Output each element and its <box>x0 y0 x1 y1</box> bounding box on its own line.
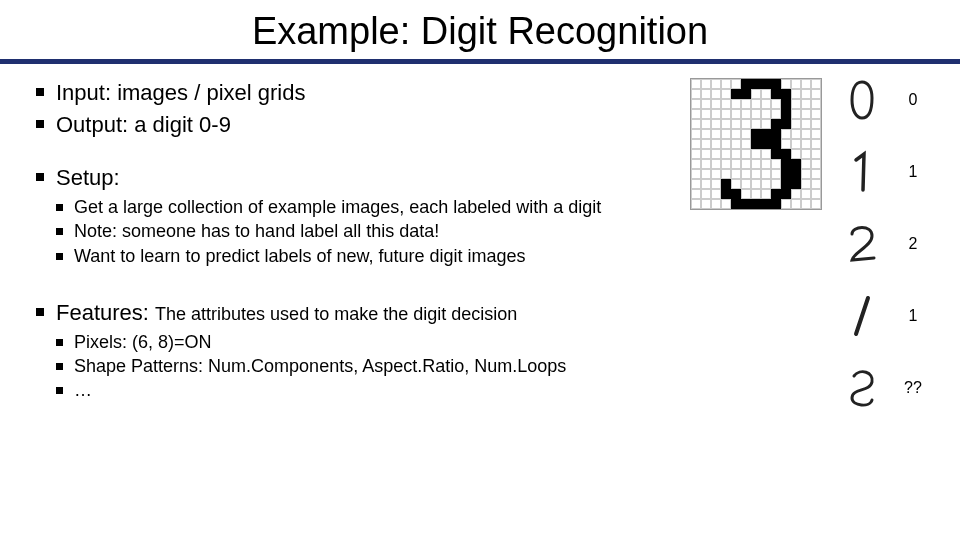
slide-title: Example: Digit Recognition <box>0 0 960 59</box>
handwritten-digits-column: 0 1 2 1 <box>844 78 930 410</box>
bullet-output: Output: a digit 0-9 <box>30 110 680 140</box>
digit-row-3: 1 <box>844 294 924 338</box>
handwritten-one-icon <box>844 150 880 194</box>
illustration-column: 0 1 2 1 <box>690 78 930 411</box>
bullet-input: Input: images / pixel grids <box>30 78 680 108</box>
digit-row-4: ?? <box>844 366 924 410</box>
bullet-setup-handlabel: Note: someone has to hand label all this… <box>30 219 680 243</box>
bullet-features: Features: The attributes used to make th… <box>30 298 680 328</box>
bullet-features-shape: Shape Patterns: Num.Components, Aspect.R… <box>30 354 680 378</box>
handwritten-one-slash-icon <box>844 294 880 338</box>
digit-label: 0 <box>902 91 924 109</box>
bullet-setup-learn: Want to learn to predict labels of new, … <box>30 244 680 268</box>
pixel-grid-icon <box>690 78 822 210</box>
bullet-features-ellipsis: … <box>30 378 680 402</box>
digit-row-0: 0 <box>844 78 924 122</box>
handwritten-two-icon <box>844 222 880 266</box>
features-desc: The attributes used to make the digit de… <box>155 304 517 324</box>
digit-label: 1 <box>902 307 924 325</box>
digit-label: ?? <box>902 379 924 397</box>
digit-row-2: 2 <box>844 222 924 266</box>
digit-row-1: 1 <box>844 150 924 194</box>
digit-label: 2 <box>902 235 924 253</box>
handwritten-unknown-icon <box>844 366 880 410</box>
bullet-features-pixels: Pixels: (6, 8)=ON <box>30 330 680 354</box>
handwritten-zero-icon <box>844 78 880 122</box>
bullet-setup-collection: Get a large collection of example images… <box>30 195 680 219</box>
bullet-setup: Setup: <box>30 163 680 193</box>
digit-label: 1 <box>902 163 924 181</box>
bullet-column: Input: images / pixel grids Output: a di… <box>30 78 690 411</box>
features-lead: Features: <box>56 300 155 325</box>
content-row: Input: images / pixel grids Output: a di… <box>0 64 960 411</box>
slide: Example: Digit Recognition Input: images… <box>0 0 960 540</box>
